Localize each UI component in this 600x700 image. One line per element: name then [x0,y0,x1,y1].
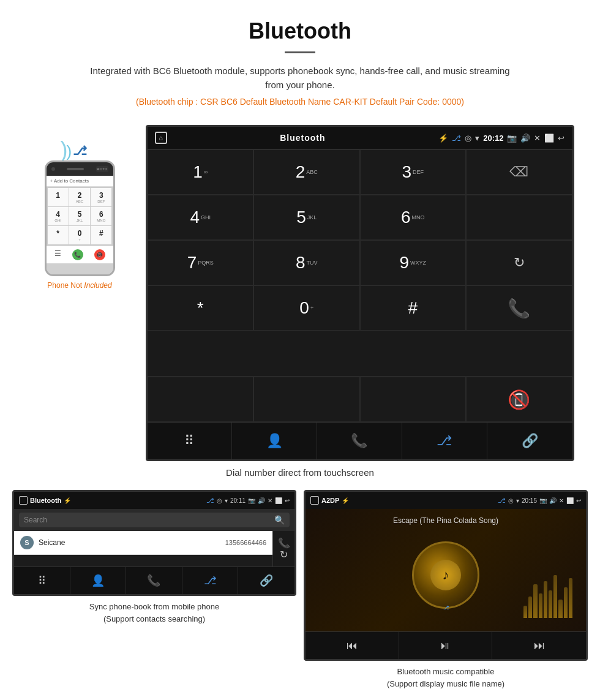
phone-key-0[interactable]: 0+ [69,226,90,244]
phonebook-camera-icon: 📷 [248,497,255,504]
music-win-icon[interactable]: ⬜ [566,497,574,504]
phone-mockup-area: ) ) ⎇ MOTO + Add to Contacts 1 2ABC 3DEF… [26,125,133,290]
dial-key-2[interactable]: 2ABC [253,149,360,195]
phonebook-bt-icon: ⎇ [206,497,214,505]
music-back-icon[interactable]: ↩ [576,497,581,504]
nav-dialpad[interactable]: ⠿ [148,423,233,459]
music-caption-text: Bluetooth music compatible(Support displ… [387,667,504,688]
dial-key-9[interactable]: 9WXYZ [360,240,467,285]
home-icon[interactable]: ⌂ [155,132,167,144]
car-dial-screen: ⌂ Bluetooth ⚡ ⎇ ◎ ▾ 20:12 📷 🔊 ✕ ⬜ ↩ 1∞ [146,125,574,461]
dial-call-green[interactable]: 📞 [466,285,572,331]
phonebook-back-icon[interactable]: ↩ [285,497,290,504]
phone-key-6[interactable]: 6MNO [91,207,111,225]
dial-key-7[interactable]: 7PQRS [148,240,254,285]
dial-key-1[interactable]: 1∞ [148,149,254,195]
music-panel: A2DP ⚡ ⎇ ◎ ▾ 20:15 📷 🔊 ✕ ⬜ ↩ Escape (The [304,490,588,690]
album-bt-badge: ⎇ [443,605,449,611]
dial-backspace[interactable]: ⌫ [466,149,572,195]
nav-recent[interactable]: 📞 [317,423,402,459]
backspace-icon: ⌫ [509,164,528,180]
dial-key-3[interactable]: 3DEF [360,149,467,195]
music-wifi-icon: ▾ [516,497,519,504]
status-time: 20:12 [483,134,503,143]
phone-btn-end[interactable]: 📵 [94,249,105,260]
contact-name: Seicane [39,538,225,547]
dial-call-red[interactable]: 📵 [466,377,572,422]
phonebook-nav-dialpad[interactable]: ⠿ [14,567,70,594]
dial-key-hash[interactable]: # [360,285,467,331]
dial-key-0[interactable]: 0+ [253,285,360,331]
home-symbol: ⌂ [159,134,163,141]
phone-btn-call[interactable]: 📞 [72,249,83,260]
phonebook-panel: Bluetooth ⚡ ⎇ ◎ ▾ 20:11 📷 🔊 ✕ ⬜ ↩ [12,490,296,690]
location-icon: ◎ [465,134,471,143]
phonebook-caption-text: Sync phone-book from mobile phone(Suppor… [89,602,219,623]
contact-letter: S [20,536,34,549]
music-usb-icon: ⚡ [342,497,349,504]
phonebook-nav-bt[interactable]: ⎇ [182,567,239,594]
eq-bar [569,578,572,618]
dial-empty-r5-2 [253,377,360,422]
phonebook-nav-link[interactable]: 🔗 [238,567,294,594]
nav-contacts[interactable]: 👤 [232,423,317,459]
dial-key-6[interactable]: 6MNO [360,195,467,240]
music-statusbar-left: A2DP ⚡ [310,496,349,505]
dial-refresh[interactable]: ↻ [466,240,572,285]
phone-key-3[interactable]: 3DEF [91,188,111,206]
music-prev[interactable]: ⏮ [306,632,399,659]
dial-key-star[interactable]: * [148,285,254,331]
close-icon[interactable]: ✕ [534,134,541,143]
window-icon[interactable]: ⬜ [544,134,554,143]
music-song-name: Escape (The Pina Colada Song) [393,516,498,525]
dial-empty-r5-1 [148,377,254,422]
back-icon[interactable]: ↩ [558,134,564,143]
phonebook-nav-calls[interactable]: 📞 [126,567,182,594]
dial-key-4[interactable]: 4GHI [148,195,254,240]
nav-settings-link[interactable]: 🔗 [487,423,572,459]
eq-bar [558,600,562,618]
phonebook-home-icon[interactable] [19,496,28,505]
statusbar-app-name: Bluetooth [280,133,325,143]
music-statusbar: A2DP ⚡ ⎇ ◎ ▾ 20:15 📷 🔊 ✕ ⬜ ↩ [306,492,586,509]
bottom-panels: Bluetooth ⚡ ⎇ ◎ ▾ 20:11 📷 🔊 ✕ ⬜ ↩ [0,490,600,700]
call-green-icon: 📞 [508,298,530,319]
phonebook-wifi-icon: ▾ [225,497,228,504]
dial-key-8[interactable]: 8TUV [253,240,360,285]
music-home-icon[interactable] [310,496,319,505]
phonebook-side-actions: 📞 ↻ [272,531,294,566]
music-play-pause[interactable]: ⏯ [399,632,493,659]
side-call-icon[interactable]: 📞 [278,537,290,549]
phonebook-win-icon[interactable]: ⬜ [275,497,282,504]
side-refresh-icon[interactable]: ↻ [280,549,288,560]
statusbar-right: ⚡ ⎇ ◎ ▾ 20:12 📷 🔊 ✕ ⬜ ↩ [438,134,564,143]
dial-grid: 1∞ 2ABC 3DEF ⌫ 4GHI 5JKL 6MNO [148,149,572,376]
eq-bar [544,581,547,618]
signal-arc-2: ) [67,142,72,161]
dial-key-5[interactable]: 5JKL [253,195,360,240]
phone-key-2[interactable]: 2ABC [69,188,90,206]
search-icon[interactable]: 🔍 [274,515,285,525]
eq-bar [564,587,568,618]
nav-bluetooth-nav[interactable]: ⎇ [402,423,487,459]
dial-empty-1 [466,195,572,240]
music-next[interactable]: ⏭ [492,632,586,659]
music-time: 20:15 [522,497,537,504]
page-title: Bluetooth [12,18,588,44]
phone-key-hash[interactable]: # [91,226,111,244]
music-camera-icon: 📷 [539,497,547,504]
phone-key-5[interactable]: 5JKL [69,207,90,225]
phone-key-4[interactable]: 4GHI [48,207,69,225]
phonebook-close-icon[interactable]: ✕ [268,497,272,504]
eq-bar [528,597,532,618]
music-controls: ⏮ ⏯ ⏭ [306,631,586,659]
phone-key-star[interactable]: * [48,226,69,244]
music-close-icon[interactable]: ✕ [559,497,564,504]
phonebook-nav-contacts-active[interactable]: 👤 [70,567,127,594]
eq-bar [553,575,557,618]
phone-key-1[interactable]: 1 [48,188,69,206]
phone-body: MOTO + Add to Contacts 1 2ABC 3DEF 4GHI … [45,160,115,276]
contact-item-seicane[interactable]: S Seicane 13566664466 [14,531,272,555]
phone-screen: + Add to Contacts 1 2ABC 3DEF 4GHI 5JKL … [47,176,113,263]
header-specs: (Bluetooth chip : CSR BC6 Default Blueto… [12,97,588,107]
